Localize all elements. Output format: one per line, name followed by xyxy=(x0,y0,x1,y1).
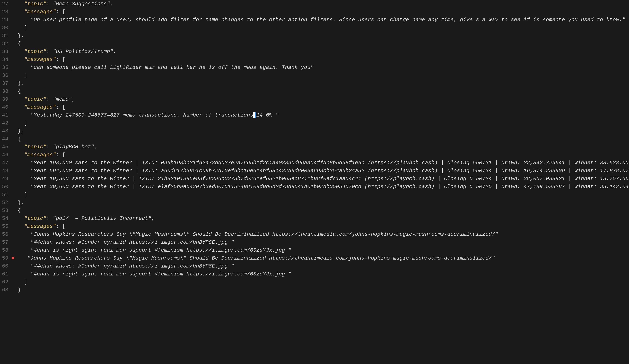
table-row: 29 "On user profile page of a user, shou… xyxy=(0,16,629,24)
line-number: 35 xyxy=(0,64,11,72)
table-row: 44 { xyxy=(0,135,629,143)
code-line-text: "Sent 198,000 sats to the winner | TXID:… xyxy=(11,159,629,167)
line-number: 63 xyxy=(0,286,11,294)
code-token: ▌ xyxy=(253,112,256,118)
line-number: 57 xyxy=(0,238,11,246)
line-number: 61 xyxy=(0,270,11,278)
table-row: 49 "Sent 19,800 sats to the winner | TXI… xyxy=(0,175,629,183)
code-token: } xyxy=(11,287,21,293)
table-row: 39 "topic": "memo", xyxy=(0,95,629,103)
code-line-text: ] xyxy=(11,191,27,199)
line-number: 56 xyxy=(0,230,11,238)
code-token: "#4chan knows: #Gender pyramid https://i… xyxy=(30,239,234,245)
line-number: 45 xyxy=(0,143,11,151)
table-row: 40 "messages": [ xyxy=(0,103,629,111)
code-token xyxy=(11,239,30,245)
code-line-text: "On user profile page of a user, should … xyxy=(11,16,626,24)
code-token xyxy=(11,17,30,23)
line-number: 28 xyxy=(0,8,11,16)
code-token: ] xyxy=(11,279,27,285)
code-token: : [ xyxy=(56,223,65,229)
table-row: 50 "Sent 39,600 sats to the winner | TXI… xyxy=(0,183,629,191)
code-token: "memo" xyxy=(53,96,72,102)
code-line-text: { xyxy=(11,207,21,215)
line-number: 27 xyxy=(0,0,11,8)
code-token xyxy=(11,231,30,237)
code-token xyxy=(11,152,24,158)
line-number: 49 xyxy=(0,175,11,183)
line-number: 42 xyxy=(0,119,11,127)
code-token xyxy=(11,223,24,229)
code-token: "On user profile page of a user, should … xyxy=(30,17,626,23)
code-token: , xyxy=(72,96,75,102)
line-number: 32 xyxy=(0,40,11,48)
code-token: "topic" xyxy=(24,96,46,102)
code-token: "Yesterday 247500-246673=827 memo transa… xyxy=(30,112,253,118)
code-line-text: "messages": [ xyxy=(11,8,65,16)
table-row: 34 "messages": [ xyxy=(0,56,629,64)
code-line-text: "topic": "US Politics/Trump", xyxy=(11,48,117,56)
line-number: 34 xyxy=(0,56,11,64)
line-number: 43 xyxy=(0,127,11,135)
code-line-text: "Yesterday 247500-246673=827 memo transa… xyxy=(11,111,279,119)
table-row: 55 "messages": [ xyxy=(0,222,629,230)
code-token: }, xyxy=(11,81,24,86)
line-number: 37 xyxy=(0,80,11,88)
table-row: 59■ "Johns Hopkins Researchers Say \"Mag… xyxy=(0,254,629,262)
code-token xyxy=(11,96,24,102)
code-token xyxy=(14,255,27,261)
line-number: 46 xyxy=(0,151,11,159)
code-line-text: ] xyxy=(11,72,27,80)
code-line-text: { xyxy=(11,135,21,143)
code-token: : xyxy=(46,49,53,55)
code-token: "messages" xyxy=(24,57,56,62)
table-row: 32 { xyxy=(0,40,629,48)
table-row: 57 "#4chan knows: #Gender pyramid https:… xyxy=(0,238,629,246)
line-number: 30 xyxy=(0,24,11,32)
code-line-text: }, xyxy=(11,32,24,40)
code-token: { xyxy=(11,136,21,142)
code-token: "topic" xyxy=(24,1,46,7)
code-token: "#4chan knows: #Gender pyramid https://i… xyxy=(30,263,234,269)
code-line-text: "messages": [ xyxy=(11,56,65,64)
table-row: 42 ] xyxy=(0,119,629,127)
line-number: 48 xyxy=(0,167,11,175)
code-line-text: ■ "Johns Hopkins Researchers Say \"Magic… xyxy=(11,254,495,262)
code-line-text: "topic": "Memo Suggestions", xyxy=(11,0,113,8)
code-token xyxy=(11,184,30,189)
code-token: , xyxy=(110,1,113,7)
line-number: 31 xyxy=(0,32,11,40)
code-token: "messages" xyxy=(24,9,56,15)
code-token xyxy=(11,1,24,7)
code-token: , xyxy=(94,144,97,150)
code-line-text: "messages": [ xyxy=(11,151,65,159)
table-row: 33 "topic": "US Politics/Trump", xyxy=(0,48,629,56)
table-row: 38 { xyxy=(0,88,629,95)
line-number: 36 xyxy=(0,72,11,80)
code-line-text: "Sent 594,000 sats to the winner | TXID:… xyxy=(11,167,629,175)
code-token: "Sent 19,800 sats to the winner | TXID: … xyxy=(30,176,629,182)
code-token xyxy=(11,215,24,221)
code-token: "4chan is right agin: real men support #… xyxy=(30,247,291,253)
table-row: 58 "4chan is right agin: real men suppor… xyxy=(0,246,629,254)
table-row: 31 }, xyxy=(0,32,629,40)
table-row: 36 ] xyxy=(0,72,629,80)
code-token: "topic" xyxy=(24,215,46,221)
table-row: 62 ] xyxy=(0,278,629,286)
code-line-text: "#4chan knows: #Gender pyramid https://i… xyxy=(11,238,234,246)
code-token: "can someone please call LightRider mum … xyxy=(30,65,314,70)
code-token xyxy=(11,263,30,269)
code-token xyxy=(11,271,30,277)
code-token: : [ xyxy=(56,57,65,62)
code-token xyxy=(11,49,24,55)
line-number: 39 xyxy=(0,95,11,103)
code-token: "4chan is right agin: real men support #… xyxy=(30,271,291,277)
code-token: { xyxy=(11,88,21,94)
line-number: 59 xyxy=(0,254,11,262)
code-token xyxy=(11,65,30,70)
line-number: 51 xyxy=(0,191,11,199)
code-line-text: "Johns Hopkins Researchers Say \"Magic M… xyxy=(11,230,498,238)
code-line-text: "topic": "memo", xyxy=(11,95,75,103)
table-row: 51 ] xyxy=(0,191,629,199)
code-token: , xyxy=(151,215,155,221)
